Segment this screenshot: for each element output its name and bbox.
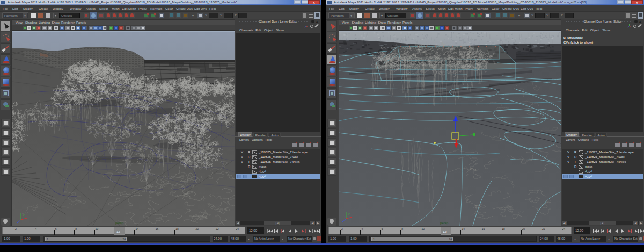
svg-text:y: y <box>23 213 25 216</box>
svg-text:y: y <box>348 212 350 215</box>
svg-text:persp: persp <box>115 221 124 225</box>
svg-text:persp: persp <box>440 221 449 225</box>
